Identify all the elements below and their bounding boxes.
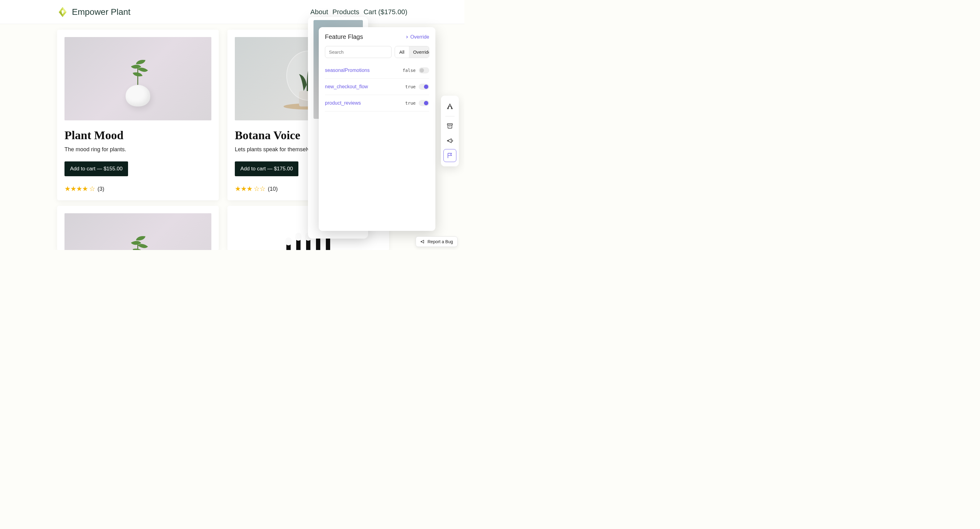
feature-flag-row: new_checkout_flow true	[325, 79, 429, 95]
product-image	[65, 213, 212, 250]
product-title: Plant Mood	[65, 128, 212, 142]
override-label: Override	[410, 34, 429, 40]
override-link[interactable]: Override	[405, 34, 429, 40]
flag-icon[interactable]	[444, 149, 457, 162]
brand-name: Empower Plant	[72, 7, 130, 17]
flag-value: true	[405, 100, 416, 105]
feature-flag-row: product_reviews true	[325, 95, 429, 112]
nav-about[interactable]: About	[310, 8, 328, 16]
flag-key[interactable]: new_checkout_flow	[325, 84, 368, 89]
archive-icon[interactable]	[444, 120, 457, 132]
feature-flags-title: Feature Flags	[325, 33, 363, 40]
flag-key[interactable]: seasonalPromotions	[325, 68, 370, 73]
flag-toggle[interactable]	[419, 67, 429, 73]
product-description: The mood ring for plants.	[65, 146, 212, 153]
devtools-sidebar	[441, 96, 459, 166]
svg-rect-4	[448, 125, 452, 128]
star-filled-icon: ★★★	[235, 185, 252, 193]
brand[interactable]: Empower Plant	[57, 6, 130, 18]
chevron-right-icon	[405, 35, 409, 39]
product-card	[57, 206, 219, 250]
product-image	[65, 37, 212, 120]
tab-all[interactable]: All	[395, 46, 409, 58]
megaphone-icon	[420, 239, 425, 244]
feature-flags-filter-tabs: All Overrides	[395, 46, 429, 58]
flag-key[interactable]: product_reviews	[325, 100, 361, 106]
star-empty-icon: ☆	[89, 185, 95, 193]
flag-value: true	[405, 84, 416, 89]
megaphone-icon[interactable]	[444, 134, 457, 147]
star-filled-icon: ★★★★	[65, 185, 88, 193]
feature-flags-panel: Feature Flags Override All Overrides sea…	[319, 27, 435, 231]
sentry-icon[interactable]	[444, 100, 457, 113]
nav-products[interactable]: Products	[332, 8, 359, 16]
brand-logo-icon	[57, 6, 68, 18]
product-card: Plant Mood The mood ring for plants. Add…	[57, 30, 219, 200]
report-bug-label: Report a Bug	[428, 239, 453, 244]
star-empty-icon: ☆☆	[254, 185, 266, 193]
main-nav: About Products Cart ($175.00)	[310, 8, 407, 16]
tab-overrides[interactable]: Overrides	[409, 46, 429, 58]
feature-flag-row: seasonalPromotions false	[325, 62, 429, 79]
add-to-cart-button[interactable]: Add to cart — $155.00	[65, 161, 128, 176]
flag-toggle[interactable]	[419, 84, 429, 90]
flag-value: false	[402, 68, 416, 73]
report-bug-button[interactable]: Report a Bug	[416, 236, 458, 247]
rating-count: (3)	[97, 186, 104, 192]
flag-toggle[interactable]	[419, 100, 429, 106]
rating-count: (10)	[268, 186, 278, 192]
feature-flags-search-input[interactable]	[325, 46, 391, 58]
product-rating: ★★★★☆ (3)	[65, 185, 212, 193]
add-to-cart-button[interactable]: Add to cart — $175.00	[235, 161, 298, 176]
nav-cart[interactable]: Cart ($175.00)	[363, 8, 407, 16]
site-header: Empower Plant About Products Cart ($175.…	[0, 0, 465, 24]
